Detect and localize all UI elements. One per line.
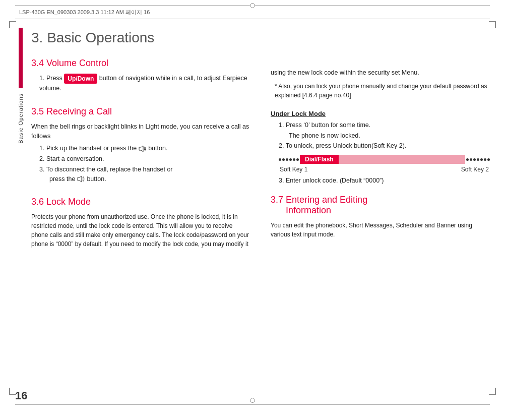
dot-1 bbox=[279, 158, 281, 161]
page-wrapper: LSP-430G EN_090303 2009.3.3 11:12 AM 페이지… bbox=[0, 0, 505, 420]
lock-item1: 1. Press ‘0’ button for some time. bbox=[279, 121, 490, 130]
dot-5 bbox=[293, 158, 295, 161]
soft-key-2-label: Soft Key 2 bbox=[461, 166, 489, 173]
gap-sm bbox=[271, 104, 490, 108]
dial-flash-space bbox=[339, 155, 465, 164]
corner-tr bbox=[489, 21, 496, 28]
section-3-7-heading: 3.7 Entering and Editing Information bbox=[271, 195, 490, 216]
section-3-4-item1: 1. Press Up/Down button of navigation wh… bbox=[39, 74, 250, 93]
item1-prefix: 1. Press bbox=[39, 75, 64, 82]
item3-press: press the bbox=[49, 175, 77, 183]
footer-bar bbox=[15, 393, 490, 405]
right-intro: using the new lock code within the secur… bbox=[271, 68, 490, 78]
lock-item3: 3. Enter unlock code. (Default “0000”) bbox=[279, 176, 490, 186]
header-bar: LSP-430G EN_090303 2009.3.3 11:12 AM 페이지… bbox=[15, 5, 490, 19]
item1-suffix: button. bbox=[148, 145, 167, 152]
asterisk-note: * Also, you can lock your phone manually… bbox=[275, 82, 490, 100]
lock-item1-sub: The phone is now locked. bbox=[289, 131, 490, 141]
sidebar-bar bbox=[19, 28, 23, 88]
dot-r5 bbox=[480, 158, 483, 161]
gap-3-5-3-6 bbox=[31, 185, 250, 193]
footer-circle bbox=[250, 398, 255, 403]
gap-3-4-3-5 bbox=[31, 94, 250, 102]
sidebar: Basic Operations bbox=[15, 28, 26, 390]
speaker-icon bbox=[139, 145, 148, 152]
item3-prefix: 3. To disconnect the call, replace the h… bbox=[39, 166, 173, 173]
dial-flash-bar: Dial/Flash bbox=[279, 155, 490, 164]
dot-r7 bbox=[487, 158, 490, 161]
section-3-4-heading: 3.4 Volume Control bbox=[31, 58, 250, 69]
dot-r1 bbox=[466, 158, 469, 161]
dot-r4 bbox=[477, 158, 479, 161]
dot-r2 bbox=[470, 158, 472, 161]
dot-3 bbox=[286, 158, 288, 161]
sidebar-label: Basic Operations bbox=[18, 93, 24, 144]
section-3-5-item3: 3. To disconnect the call, replace the h… bbox=[39, 165, 250, 184]
main-content: 3. Basic Operations 3.4 Volume Control 1… bbox=[31, 28, 490, 390]
left-col: 3. Basic Operations 3.4 Volume Control 1… bbox=[31, 28, 256, 390]
item3-suffix: button. bbox=[87, 175, 106, 183]
section-3-7-heading-line2: Information bbox=[286, 205, 331, 215]
lock-item2: 2. To unlock, press Unlock button(Soft K… bbox=[279, 141, 490, 151]
soft-key-1-label: Soft Key 1 bbox=[280, 166, 307, 173]
chapter-title: 3. Basic Operations bbox=[31, 28, 250, 46]
svg-marker-0 bbox=[139, 146, 143, 152]
section-3-7-heading-line1: 3.7 Entering and Editing bbox=[271, 195, 367, 205]
section-3-5-item2: 2. Start a conversation. bbox=[39, 154, 250, 164]
section-3-5-body: When the bell rings or backlight blinks … bbox=[31, 122, 250, 141]
svg-marker-1 bbox=[78, 176, 82, 182]
dot-r3 bbox=[473, 158, 476, 161]
gap-lock-3-7 bbox=[271, 187, 490, 195]
under-lock-heading: Under Lock Mode bbox=[271, 110, 490, 117]
section-3-6-heading: 3.6 Lock Mode bbox=[31, 197, 250, 207]
speaker-icon-2 bbox=[77, 175, 87, 183]
dot-r6 bbox=[484, 158, 486, 161]
section-3-7-body: You can edit the phonebook, Short Messag… bbox=[271, 221, 490, 239]
footer-center bbox=[15, 397, 490, 404]
dial-flash-button: Dial/Flash bbox=[300, 155, 339, 164]
section-3-5-heading: 3.5 Receiving a Call bbox=[31, 106, 250, 117]
up-down-button: Up/Down bbox=[64, 74, 97, 84]
item1-text: 1. Pick up the handset or press the bbox=[39, 145, 139, 152]
dot-2 bbox=[282, 158, 285, 161]
corner-br bbox=[489, 388, 496, 395]
dot-6 bbox=[296, 158, 299, 161]
dots-right bbox=[466, 158, 490, 161]
dot-4 bbox=[289, 158, 292, 161]
section-3-5-item1: 1. Pick up the handset or press the butt… bbox=[39, 144, 250, 153]
header-center-mark bbox=[250, 6, 255, 8]
section-3-6-body: Protects your phone from unauthorized us… bbox=[31, 212, 250, 249]
right-col: using the new lock code within the secur… bbox=[266, 28, 490, 390]
soft-key-row: Soft Key 1 Soft Key 2 bbox=[279, 166, 490, 173]
corner-tl bbox=[9, 21, 16, 28]
header-circle bbox=[250, 3, 255, 8]
header-title: LSP-430G EN_090303 2009.3.3 11:12 AM 페이지… bbox=[19, 9, 486, 16]
dots-left bbox=[279, 158, 299, 161]
